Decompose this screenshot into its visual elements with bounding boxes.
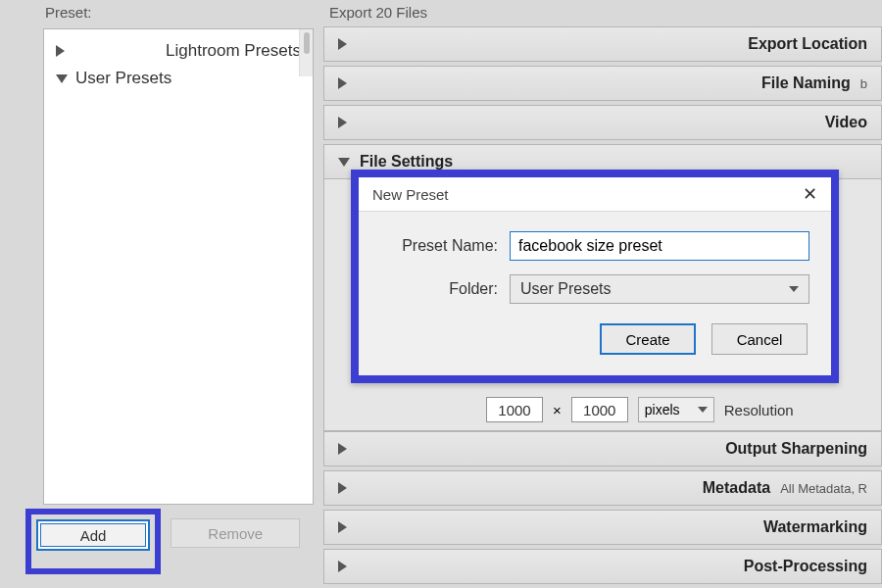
- preset-lightroom[interactable]: Lightroom Presets: [50, 37, 307, 65]
- dialog-actions: Create Cancel: [359, 314, 831, 355]
- section-status: b: [860, 76, 867, 91]
- cancel-button[interactable]: Cancel: [711, 323, 808, 355]
- chevron-down-icon: [56, 74, 68, 83]
- dialog-body: Preset Name: Folder: User Presets: [359, 212, 831, 314]
- export-header: Export 20 Files: [323, 0, 882, 26]
- new-preset-dialog: New Preset ✕ Preset Name: Folder: User P…: [351, 170, 839, 383]
- preset-name-input[interactable]: [510, 231, 809, 261]
- preset-name-label: Preset Name:: [380, 237, 498, 255]
- chevron-down-icon: [789, 286, 799, 292]
- section-label: File Naming: [761, 74, 851, 92]
- unit-value: pixels: [645, 402, 680, 417]
- resolution-label: Resolution: [724, 402, 794, 418]
- dialog-title-text: New Preset: [372, 186, 449, 203]
- preset-label: Lightroom Presets: [166, 41, 301, 61]
- chevron-right-icon: [338, 117, 815, 128]
- dialog-titlebar: New Preset ✕: [359, 177, 831, 212]
- section-output-sharpening[interactable]: Output Sharpening: [323, 431, 882, 466]
- chevron-right-icon: [56, 45, 158, 57]
- dim-separator: ×: [553, 402, 562, 418]
- section-status: All Metadata, R: [780, 481, 867, 496]
- section-label: Metadata: [703, 479, 770, 497]
- section-label: Post-Processing: [744, 558, 867, 575]
- dimension-row: × pixels Resolution: [486, 397, 794, 422]
- add-button[interactable]: Add: [40, 523, 146, 547]
- chevron-right-icon: [338, 443, 715, 455]
- preset-header: Preset:: [43, 0, 323, 28]
- chevron-right-icon: [338, 482, 693, 494]
- section-post-processing[interactable]: Post-Processing: [323, 549, 882, 584]
- chevron-right-icon: [338, 521, 754, 533]
- section-label: File Settings: [360, 153, 453, 171]
- scrollbar[interactable]: [299, 29, 313, 76]
- close-icon[interactable]: ✕: [799, 183, 821, 205]
- add-highlight: Add: [25, 509, 161, 574]
- preset-user[interactable]: User Presets: [50, 65, 307, 92]
- section-label: Output Sharpening: [725, 440, 867, 458]
- section-export-location[interactable]: Export Location: [323, 26, 882, 62]
- remove-button: Remove: [171, 518, 300, 548]
- section-watermarking[interactable]: Watermarking: [323, 510, 882, 545]
- preset-label: User Presets: [75, 69, 172, 88]
- create-button[interactable]: Create: [600, 323, 696, 355]
- section-video[interactable]: Video: [323, 105, 882, 140]
- scroll-thumb[interactable]: [304, 32, 310, 54]
- section-label: Video: [825, 114, 867, 131]
- section-label: Watermarking: [763, 518, 867, 536]
- add-button-outline: Add: [36, 519, 150, 551]
- preset-button-row: Add Remove: [43, 511, 314, 588]
- unit-select[interactable]: pixels: [638, 397, 714, 422]
- preset-list: Lightroom Presets User Presets: [43, 28, 314, 505]
- chevron-right-icon: [338, 561, 734, 572]
- folder-value: User Presets: [520, 280, 611, 298]
- chevron-right-icon: [338, 77, 752, 89]
- section-file-naming[interactable]: File Naming b: [323, 66, 882, 101]
- width-input[interactable]: [486, 397, 543, 422]
- chevron-down-icon: [338, 158, 350, 167]
- folder-select[interactable]: User Presets: [510, 274, 809, 304]
- section-label: Export Location: [748, 35, 867, 53]
- chevron-right-icon: [338, 38, 738, 50]
- folder-label: Folder:: [380, 280, 498, 298]
- section-metadata[interactable]: Metadata All Metadata, R: [323, 470, 882, 506]
- preset-sidebar: Preset: Lightroom Presets User Presets A…: [0, 0, 323, 588]
- chevron-down-icon: [698, 407, 708, 413]
- height-input[interactable]: [571, 397, 628, 422]
